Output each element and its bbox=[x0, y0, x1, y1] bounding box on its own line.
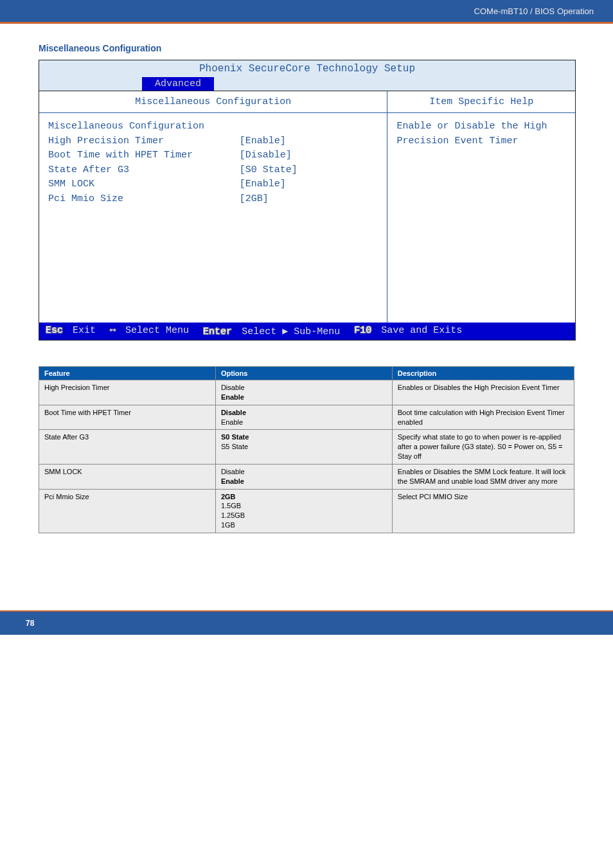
table-row: Pci Mmio Size2GB1.5GB1.25GB1GBSelect PCI… bbox=[39, 489, 574, 533]
bios-item-pci-mmio[interactable]: Pci Mmio Size [2GB] bbox=[48, 192, 378, 207]
table-row: Boot Time with HPET TimerDisableEnableBo… bbox=[39, 405, 574, 430]
table-header-row: Feature Options Description bbox=[39, 367, 574, 380]
table-row: High Precision TimerDisableEnableEnables… bbox=[39, 380, 574, 405]
bios-item-hpt[interactable]: High Precision Timer [Enable] bbox=[48, 134, 378, 149]
bios-item-value: [S0 State] bbox=[240, 163, 378, 178]
bios-item-value: [Disable] bbox=[240, 148, 378, 163]
bios-panel: Phoenix SecureCore Technology Setup Adva… bbox=[39, 60, 576, 341]
esc-label: Exit bbox=[73, 325, 96, 336]
f10-key: F10 bbox=[354, 325, 371, 336]
enter-label: Select ▶ Sub-Menu bbox=[242, 326, 340, 337]
arrows-label: Select Menu bbox=[125, 325, 189, 336]
td-description: Boot time calculation with High Precisio… bbox=[392, 405, 574, 430]
bios-tab-advanced[interactable]: Advanced bbox=[142, 77, 214, 91]
table-row: SMM LOCKDisableEnableEnables or Disables… bbox=[39, 464, 574, 489]
page-number: 78 bbox=[26, 619, 34, 628]
td-feature: High Precision Timer bbox=[39, 380, 216, 405]
enter-key: Enter bbox=[203, 326, 232, 337]
bios-nav-select-menu[interactable]: ↔ Select Menu bbox=[109, 325, 189, 337]
bios-item-state-g3[interactable]: State After G3 [S0 State] bbox=[48, 163, 378, 178]
bios-item-label: Pci Mmio Size bbox=[48, 192, 240, 207]
td-options: 2GB1.5GB1.25GB1GB bbox=[215, 489, 392, 533]
bios-nav-exit[interactable]: Esc Exit bbox=[44, 325, 96, 337]
bios-item-label: State After G3 bbox=[48, 163, 240, 178]
bios-group-label-text: Miscellaneous Configuration bbox=[48, 120, 204, 134]
bios-nav-submenu[interactable]: Enter Select ▶ Sub-Menu bbox=[202, 325, 340, 337]
section-title: Miscellaneous Configuration bbox=[39, 43, 574, 53]
bios-main: Miscellaneous Configuration Miscellaneou… bbox=[39, 91, 387, 323]
bios-side: Item Specific Help Enable or Disable the… bbox=[387, 91, 575, 323]
bios-title: Phoenix SecureCore Technology Setup bbox=[39, 60, 575, 77]
bios-main-content: Miscellaneous Configuration High Precisi… bbox=[39, 113, 387, 213]
header-bar: COMe-mBT10 / BIOS Operation bbox=[0, 0, 613, 24]
th-feature: Feature bbox=[39, 367, 216, 380]
bios-item-value: [Enable] bbox=[240, 134, 378, 149]
bios-item-label: Boot Time with HPET Timer bbox=[48, 148, 240, 163]
f10-label: Save and Exits bbox=[381, 325, 462, 336]
td-feature: Pci Mmio Size bbox=[39, 489, 216, 533]
td-options: S0 StateS5 State bbox=[215, 430, 392, 465]
bios-item-label: SMM LOCK bbox=[48, 177, 240, 192]
bios-help-text: Enable or Disable the High Precision Eve… bbox=[387, 113, 575, 155]
bios-item-boot-time[interactable]: Boot Time with HPET Timer [Disable] bbox=[48, 148, 378, 163]
td-description: Specify what state to go to when power i… bbox=[392, 430, 574, 465]
bios-main-heading: Miscellaneous Configuration bbox=[39, 91, 387, 113]
bios-nav-save[interactable]: F10 Save and Exits bbox=[353, 325, 462, 337]
td-description: Enables or Disables the High Precision E… bbox=[392, 380, 574, 405]
feature-table: Feature Options Description High Precisi… bbox=[39, 366, 574, 533]
arrows-key: ↔ bbox=[110, 325, 116, 336]
td-description: Select PCI MMIO Size bbox=[392, 489, 574, 533]
table-row: State After G3S0 StateS5 StateSpecify wh… bbox=[39, 430, 574, 465]
bios-item-smm-lock[interactable]: SMM LOCK [Enable] bbox=[48, 177, 378, 192]
bios-side-heading: Item Specific Help bbox=[387, 91, 575, 113]
bios-tab-row: Advanced bbox=[39, 77, 575, 91]
td-options: DisableEnable bbox=[215, 405, 392, 430]
th-options: Options bbox=[215, 367, 392, 380]
td-options: DisableEnable bbox=[215, 380, 392, 405]
td-feature: SMM LOCK bbox=[39, 464, 216, 489]
th-description: Description bbox=[392, 367, 574, 380]
bios-footer: Esc Exit ↔ Select Menu Enter Select ▶ Su… bbox=[39, 323, 575, 340]
bios-group-label: Miscellaneous Configuration bbox=[48, 120, 378, 134]
td-feature: State After G3 bbox=[39, 430, 216, 465]
bios-body: Miscellaneous Configuration Miscellaneou… bbox=[39, 91, 575, 323]
page-footer: 78 bbox=[0, 610, 613, 635]
header-text: COMe-mBT10 / BIOS Operation bbox=[474, 6, 594, 16]
bios-item-value: [Enable] bbox=[240, 177, 378, 192]
bios-item-label: High Precision Timer bbox=[48, 134, 240, 149]
bios-item-value: [2GB] bbox=[240, 192, 378, 207]
td-feature: Boot Time with HPET Timer bbox=[39, 405, 216, 430]
page-content: Miscellaneous Configuration Phoenix Secu… bbox=[0, 24, 613, 610]
td-options: DisableEnable bbox=[215, 464, 392, 489]
esc-key: Esc bbox=[46, 325, 63, 336]
td-description: Enables or Disables the SMM Lock feature… bbox=[392, 464, 574, 489]
